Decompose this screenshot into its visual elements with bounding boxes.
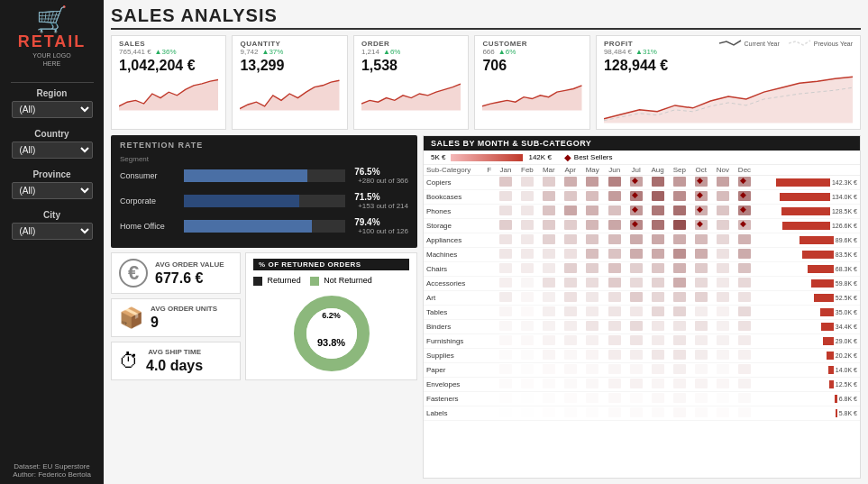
table-row: Furnishings 29.0K € xyxy=(424,334,860,349)
donut-legend: Returned Not Returned xyxy=(253,276,409,286)
not-returned-legend-dot xyxy=(310,277,319,286)
th-nov: Nov xyxy=(712,165,734,176)
filter-province: Province (All) xyxy=(0,169,104,206)
kpi-sales-prev: 765,441 € xyxy=(119,48,151,56)
left-panel: RETENTION RATE Segment Consumer 76.5% +2… xyxy=(111,135,417,479)
retention-home-office: Home Office 79.4% +100 out of 126 xyxy=(120,217,408,235)
box-icon: 📦 xyxy=(119,306,143,330)
kpi-sales-change: ▲36% xyxy=(155,48,177,56)
brand-name: RETAIL xyxy=(18,32,87,51)
filter-region: Region (All) xyxy=(0,88,104,125)
table-row: Chairs 68.3K € xyxy=(424,262,860,277)
filter-region-label: Region xyxy=(37,88,68,98)
table-row: Accessories 59.8K € xyxy=(424,277,860,291)
kpi-row: SALES 765,441 € ▲36% 1,042,204 € QUANTIT… xyxy=(111,35,861,130)
filter-region-select[interactable]: (All) xyxy=(12,101,93,118)
clock-icon: ⏱ xyxy=(119,350,139,373)
filter-city-select[interactable]: (All) xyxy=(12,223,93,240)
th-total xyxy=(755,165,860,176)
main-content: SALES ANALYSIS SALES 765,441 € ▲36% 1,04… xyxy=(104,0,868,484)
table-row: Appliances 89.6K € xyxy=(424,233,860,248)
bottom-row: RETENTION RATE Segment Consumer 76.5% +2… xyxy=(111,135,861,479)
kpi-customer-sparkline xyxy=(482,76,581,112)
donut-not-returned-pct: 93.8% xyxy=(317,337,345,348)
kpi-sales-sparkline xyxy=(119,76,218,112)
donut-returned-pct: 6.2% xyxy=(322,311,341,320)
month-table: Sub-Category F Jan Feb Mar Apr May Jun J… xyxy=(424,165,860,421)
filter-country-label: Country xyxy=(34,129,69,139)
logo-area: 🛒 RETAIL YOUR LOGO HERE xyxy=(18,7,87,68)
kpi-order-value: 1,538 xyxy=(361,58,461,74)
table-row: Machines 83.5K € xyxy=(424,248,860,262)
donut-card: % OF RETURNED ORDERS Returned Not Return… xyxy=(245,252,417,380)
table-row: Tables 35.0K € xyxy=(424,306,860,320)
sales-by-month-panel: SALES BY MONTH & SUB-CATEGORY 5K € 142K … xyxy=(423,135,861,479)
metric-avg-ship-time: ⏱ AVG SHIP TIME 4.0 days xyxy=(111,342,241,380)
month-table-container: Sub-Category F Jan Feb Mar Apr May Jun J… xyxy=(424,165,860,479)
monthly-title: SALES BY MONTH & SUB-CATEGORY xyxy=(424,136,860,151)
th-jan: Jan xyxy=(495,165,516,176)
th-oct: Oct xyxy=(690,165,712,176)
kpi-order: ORDER 1,214 ▲6% 1,538 xyxy=(353,35,469,130)
th-may: May xyxy=(581,165,604,176)
table-row: Art 52.5K € xyxy=(424,291,860,306)
kpi-customer: CUSTOMER 666 ▲6% 706 xyxy=(474,35,589,130)
th-dec: Dec xyxy=(734,165,755,176)
trend-legend: Current Year Previous Year xyxy=(719,40,854,47)
th-sub-category: Sub-Category xyxy=(424,165,483,176)
table-row: Fasteners 6.8K € xyxy=(424,392,860,406)
kpi-sales: SALES 765,441 € ▲36% 1,042,204 € xyxy=(111,35,226,130)
filter-city: City (All) xyxy=(0,210,104,247)
metric-avg-order-units: 📦 AVG ORDER UNITS 9 xyxy=(111,298,241,337)
table-row: Bookcases◆◆◆ 134.0K € xyxy=(424,190,860,205)
kpi-quantity-sparkline xyxy=(240,76,339,112)
table-row: Labels 5.8K € xyxy=(424,406,860,421)
retention-consumer: Consumer 76.5% +280 out of 366 xyxy=(120,167,408,185)
page-title: SALES ANALYSIS xyxy=(111,5,861,30)
th-jun: Jun xyxy=(604,165,626,176)
euro-icon: € xyxy=(119,259,148,288)
filter-country: Country (All) xyxy=(0,129,104,166)
metric-avg-order-value: € AVG ORDER VALUE 677.6 € xyxy=(111,252,241,294)
kpi-qty-prev: 9,742 xyxy=(240,48,258,56)
table-row: Storage◆◆◆ 126.6K € xyxy=(424,219,860,233)
filter-city-label: City xyxy=(43,210,60,220)
retention-corporate: Corporate 71.5% +153 out of 214 xyxy=(120,192,408,210)
kpi-sales-value: 1,042,204 € xyxy=(119,58,218,74)
table-row: Supplies 20.2K € xyxy=(424,349,860,363)
th-aug: Aug xyxy=(647,165,669,176)
filter-province-label: Province xyxy=(32,169,70,179)
kpi-profit: PROFIT 98,484 € ▲31% 128,944 € Current Y… xyxy=(596,35,861,130)
filter-country-select[interactable]: (All) xyxy=(12,142,93,159)
best-seller-icon: ◆ xyxy=(564,152,571,162)
scale-legend: 5K € 142K € ◆ Best Sellers xyxy=(424,151,860,165)
kpi-order-sparkline xyxy=(361,76,461,112)
th-mar: Mar xyxy=(538,165,560,176)
kpi-quantity-value: 13,299 xyxy=(240,58,339,74)
donut-chart: 6.2% 93.8% xyxy=(253,293,409,374)
th-jul: Jul xyxy=(626,165,647,176)
table-row: Paper 14.0K € xyxy=(424,363,860,378)
kpi-customer-value: 706 xyxy=(482,58,581,74)
filter-province-select[interactable]: (All) xyxy=(12,182,93,199)
profit-chart xyxy=(604,74,853,125)
th-sep: Sep xyxy=(669,165,690,176)
kpi-quantity: QUANTITY 9,742 ▲37% 13,299 xyxy=(232,35,347,130)
th-apr: Apr xyxy=(560,165,581,176)
retention-title: RETENTION RATE xyxy=(120,141,408,150)
metric-donut-row: € AVG ORDER VALUE 677.6 € 📦 AVG ORDER UN… xyxy=(111,252,417,380)
retention-card: RETENTION RATE Segment Consumer 76.5% +2… xyxy=(111,135,417,248)
cart-icon: 🛒 xyxy=(36,7,68,32)
scale-gradient xyxy=(451,154,523,161)
sidebar: 🛒 RETAIL YOUR LOGO HERE Region (All) Cou… xyxy=(0,0,104,484)
table-row: Envelopes 12.5K € xyxy=(424,378,860,392)
returned-legend-dot xyxy=(253,277,262,286)
th-filter: F xyxy=(483,165,495,176)
table-row: Phones◆◆◆ 128.5K € xyxy=(424,205,860,219)
sidebar-footer: Dataset: EU Superstore Author: Federico … xyxy=(13,462,91,484)
kpi-profit-value: 128,944 € xyxy=(604,58,668,74)
logo-sub: YOUR LOGO HERE xyxy=(32,51,70,68)
th-feb: Feb xyxy=(516,165,538,176)
table-row: Copiers◆◆◆ 142.3K € xyxy=(424,176,860,190)
table-row: Binders 34.4K € xyxy=(424,320,860,334)
